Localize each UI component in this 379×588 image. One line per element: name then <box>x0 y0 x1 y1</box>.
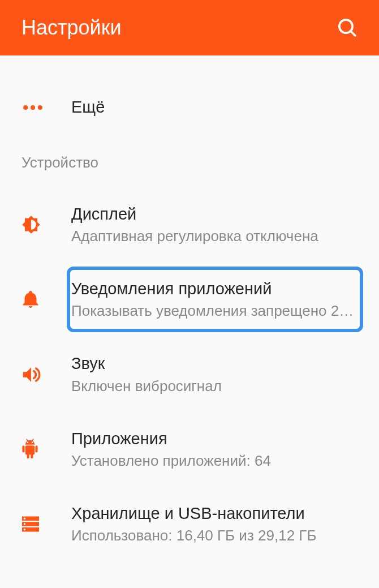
item-title: Дисплей <box>71 203 359 225</box>
brightness-icon <box>20 214 42 235</box>
item-title: Звук <box>71 353 359 375</box>
more-icon-box <box>20 95 71 120</box>
device-items: Дисплей Адаптивная регулировка отключена… <box>0 188 379 556</box>
svg-point-5 <box>27 441 28 443</box>
storage-icon-box <box>20 514 71 534</box>
settings-item-sound[interactable]: Звук Включен вибросигнал <box>0 342 379 406</box>
search-button[interactable] <box>336 16 359 39</box>
svg-line-13 <box>32 439 33 440</box>
settings-item-apps[interactable]: Приложения Установлено приложений: 64 <box>0 418 379 481</box>
settings-content: Ещё Устройство Дисплей Адаптивная регули… <box>0 55 379 556</box>
app-header: Настройки <box>0 0 379 55</box>
settings-item-more[interactable]: Ещё <box>0 85 379 130</box>
android-icon <box>20 439 40 460</box>
item-title: Уведомления приложений <box>71 278 359 300</box>
svg-rect-7 <box>25 445 35 454</box>
page-title: Настройки <box>21 16 122 40</box>
notifications-icon-box <box>20 289 71 310</box>
apps-icon-box <box>20 439 71 460</box>
svg-point-6 <box>32 441 33 443</box>
svg-rect-8 <box>22 445 24 452</box>
item-subtitle: Использовано: 16,40 ГБ из 29,12 ГБ <box>71 526 359 546</box>
svg-rect-11 <box>31 454 33 458</box>
svg-point-4 <box>38 105 42 110</box>
item-title: Приложения <box>71 428 359 450</box>
item-title: Хранилище и USB-накопители <box>71 503 359 525</box>
search-icon <box>336 16 359 39</box>
svg-rect-9 <box>36 445 38 452</box>
svg-point-3 <box>31 105 35 110</box>
volume-icon <box>20 364 42 385</box>
settings-item-notifications[interactable]: Уведомления приложений Показывать уведом… <box>0 268 379 331</box>
item-subtitle: Установлено приложений: 64 <box>71 451 359 471</box>
svg-line-1 <box>351 31 356 36</box>
item-subtitle: Показывать уведомления запрещено 2… <box>71 301 359 321</box>
svg-point-2 <box>23 105 28 110</box>
sound-icon-box <box>20 364 71 385</box>
item-subtitle: Адаптивная регулировка отключена <box>71 226 359 246</box>
svg-line-12 <box>27 439 28 440</box>
settings-item-storage[interactable]: Хранилище и USB-накопители Использовано:… <box>0 492 379 556</box>
svg-point-0 <box>339 20 352 33</box>
section-header-device: Устройство <box>0 130 379 188</box>
svg-rect-10 <box>27 454 29 458</box>
storage-icon <box>20 514 41 534</box>
more-horizontal-icon <box>20 95 45 120</box>
svg-point-19 <box>24 529 25 530</box>
bell-icon <box>20 289 41 310</box>
svg-point-18 <box>24 523 25 525</box>
display-icon-box <box>20 214 71 235</box>
more-label: Ещё <box>71 96 359 118</box>
item-subtitle: Включен вибросигнал <box>71 376 359 396</box>
svg-point-17 <box>24 518 25 520</box>
settings-item-display[interactable]: Дисплей Адаптивная регулировка отключена <box>0 193 379 256</box>
